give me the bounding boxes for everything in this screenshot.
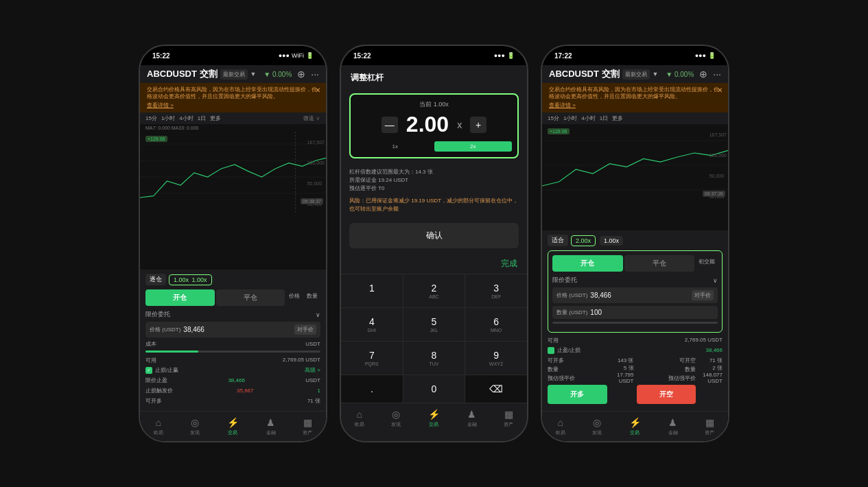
- key-9[interactable]: 9 WXYZ: [465, 342, 527, 375]
- key-1[interactable]: 1: [341, 274, 403, 307]
- price-input-left[interactable]: [183, 326, 292, 333]
- order-type-label-right[interactable]: 限价委托: [552, 276, 577, 285]
- chart-time-1h[interactable]: 1小时: [161, 115, 175, 122]
- key-backspace[interactable]: ⌫: [465, 375, 527, 403]
- chart-time-15m[interactable]: 15分: [145, 115, 157, 122]
- price-up-marker-left: +129.06: [145, 136, 167, 142]
- green-border-box-right: 开仓 平仓 初交额 限价委托 ∨ 价格 (USDT) 对手价: [548, 250, 723, 333]
- key-6[interactable]: 6 MNO: [465, 308, 527, 341]
- nav-home-right[interactable]: ⌂ 欧易: [556, 417, 565, 436]
- leverage-label-left[interactable]: 逐仓: [145, 274, 166, 285]
- lever-opt-1x[interactable]: 1x: [356, 141, 434, 152]
- key-4[interactable]: 4 GHI: [341, 308, 403, 341]
- nav-trade-mid[interactable]: ⚡ 交易: [428, 409, 440, 428]
- price-right-left: 价格: [286, 289, 303, 306]
- order-type-row-left: 限价委托 ∨: [145, 310, 320, 319]
- leverage-value-left[interactable]: 1.00x 1.00x: [169, 274, 212, 285]
- short-qty-label: 数量: [637, 366, 696, 373]
- slider-row-left[interactable]: [145, 351, 320, 353]
- close-warning-left[interactable]: ✕: [315, 86, 320, 95]
- close-warning-right[interactable]: ✕: [717, 86, 723, 95]
- leverage-value2-right[interactable]: 1.00x: [600, 236, 623, 246]
- chart-time-1d-r[interactable]: 1日: [600, 115, 608, 122]
- avail-val-right: 2,769.05 USDT: [685, 337, 723, 344]
- price-input-row-right[interactable]: 价格 (USDT) 对手价: [552, 287, 718, 303]
- chart-time-1h-r[interactable]: 1小时: [563, 115, 577, 122]
- key-dot[interactable]: .: [341, 375, 403, 403]
- chart-options-left[interactable]: 微返 ∨: [303, 115, 320, 122]
- tab-open-right[interactable]: 开仓: [552, 255, 623, 272]
- stoploss-checkbox-left[interactable]: ✓: [145, 367, 152, 374]
- tag-btn-right[interactable]: 最新交易: [622, 69, 650, 80]
- chart-time-4h-r[interactable]: 4小时: [581, 115, 595, 122]
- chart-area-right: 15分 1小时 4小时 1日 更多 167,507 100,000: [542, 112, 728, 230]
- nav-discover-mid[interactable]: ◎ 发现: [391, 409, 401, 428]
- done-btn[interactable]: 完成: [501, 258, 517, 270]
- key-5[interactable]: 5 JKL: [403, 308, 465, 341]
- warning-link-left[interactable]: 查看详情 >: [147, 102, 319, 109]
- nav-discover-right[interactable]: ◎ 发现: [592, 417, 602, 436]
- key-0[interactable]: 0: [403, 375, 465, 403]
- tab-close-left[interactable]: 平仓: [216, 289, 285, 306]
- chart-time-4h[interactable]: 4小时: [179, 115, 193, 122]
- qty-row-left: 可开多 71 张: [145, 397, 320, 405]
- nav-home-left[interactable]: ⌂ 欧易: [154, 417, 163, 436]
- chart-time-more-r[interactable]: 更多: [612, 115, 623, 122]
- nav-finance-right[interactable]: ♟ 金融: [668, 417, 678, 436]
- side-btn-left[interactable]: 对手价: [294, 324, 316, 335]
- stoploss-tag-left[interactable]: 高级 >: [305, 366, 320, 374]
- dropdown-arrow-right[interactable]: ▼: [653, 71, 659, 78]
- open-long-btn[interactable]: 开多: [548, 385, 607, 404]
- qty-input-row-right[interactable]: 数量 (USDT): [552, 306, 718, 319]
- nav-assets-right[interactable]: ▦ 资产: [705, 417, 714, 436]
- key-8[interactable]: 8 TUV: [403, 342, 465, 375]
- nav-trade-right[interactable]: ⚡ 交易: [629, 417, 641, 436]
- nav-finance-mid[interactable]: ♟ 金融: [467, 409, 477, 428]
- price-input-right[interactable]: [590, 292, 689, 299]
- slider-row-right[interactable]: [552, 322, 718, 324]
- chart-time-label-left: 06:38:37: [301, 198, 323, 204]
- tab-close-right[interactable]: 平仓: [624, 255, 695, 272]
- open-short-btn[interactable]: 开空: [637, 385, 696, 404]
- tab-open-left[interactable]: 开仓: [145, 289, 215, 306]
- price-change-right: ▼ 0.00%: [666, 71, 694, 78]
- nav-assets-label-left: 资产: [303, 429, 312, 436]
- order-type-label-left[interactable]: 限价委托: [145, 310, 170, 319]
- chart-time-15m-r[interactable]: 15分: [548, 115, 559, 122]
- key-3[interactable]: 3 DEF: [465, 274, 527, 307]
- leverage-value-right[interactable]: 2.00x: [571, 235, 596, 246]
- limit-price-label-left: 限价止盈: [145, 377, 167, 384]
- nav-home-mid[interactable]: ⌂ 欧易: [355, 409, 364, 428]
- stoploss-checkbox-right[interactable]: [548, 347, 554, 354]
- lever-display-box: 当前 1.00x — 2.00 x + 1x 2x: [349, 93, 519, 158]
- more-icon-left[interactable]: ···: [311, 69, 319, 80]
- long-preclose-label: 预估强平价: [548, 375, 607, 382]
- dropdown-arrow-left[interactable]: ▼: [250, 71, 257, 78]
- lever-opt-2x[interactable]: 2x: [434, 141, 513, 152]
- lever-minus-btn[interactable]: —: [382, 117, 398, 133]
- long-avail-label: 可开多: [548, 357, 607, 364]
- key-7[interactable]: 7 PQRS: [341, 342, 403, 375]
- settings-icon-left[interactable]: ⊕: [297, 69, 305, 80]
- nav-discover-left[interactable]: ◎ 发现: [190, 417, 200, 436]
- bottom-nav-mid: ⌂ 欧易 ◎ 发现 ⚡ 交易 ♟ 金融 ▦ 资产: [341, 403, 527, 433]
- nav-finance-left[interactable]: ♟ 金融: [266, 417, 276, 436]
- chart-time-more[interactable]: 更多: [210, 115, 221, 122]
- chart-time-1d[interactable]: 1日: [198, 115, 206, 122]
- side-btn-right[interactable]: 对手价: [692, 290, 714, 300]
- lever-plus-btn[interactable]: +: [470, 117, 486, 133]
- price-input-row-left[interactable]: 价格 (USDT) 对手价: [145, 322, 320, 337]
- tag-btn-left[interactable]: 最新交易: [220, 69, 248, 80]
- qty-input-right[interactable]: [590, 309, 714, 316]
- order-type-arrow[interactable]: ∨: [316, 311, 320, 318]
- settings-icon-right[interactable]: ⊕: [699, 69, 707, 80]
- key-2[interactable]: 2 ABC: [403, 274, 465, 307]
- nav-assets-left[interactable]: ▦ 资产: [303, 417, 312, 436]
- long-avail-val: 143 张: [610, 357, 634, 364]
- more-icon-right[interactable]: ···: [713, 69, 721, 80]
- leverage-label-right[interactable]: 适合: [548, 235, 568, 246]
- confirm-btn-mid[interactable]: 确认: [349, 223, 519, 248]
- nav-assets-mid[interactable]: ▦ 资产: [504, 409, 513, 428]
- nav-trade-left[interactable]: ⚡ 交易: [227, 417, 239, 436]
- warning-link-right[interactable]: 查看详情 >: [549, 102, 721, 109]
